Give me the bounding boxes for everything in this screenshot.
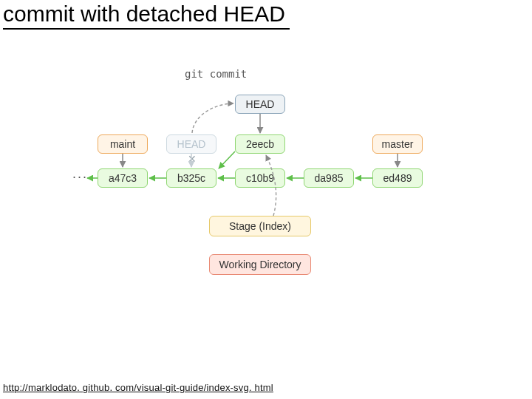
commit-da985: da985 [304, 168, 354, 188]
head-new-label: HEAD [246, 98, 275, 110]
commit-c10b9-label: c10b9 [246, 172, 274, 184]
commit-ed489: ed489 [372, 168, 423, 188]
commit-a47c3: a47c3 [98, 168, 148, 188]
commit-b325c: b325c [166, 168, 216, 188]
head-old-label: HEAD [177, 138, 206, 150]
stage-label: Stage (Index) [229, 220, 291, 232]
commit-a47c3-label: a47c3 [109, 172, 137, 184]
commit-c10b9: c10b9 [235, 168, 285, 188]
working-directory-box: Working Directory [209, 254, 311, 275]
branch-maint: maint [98, 134, 148, 154]
commit-new: 2eecb [235, 134, 285, 154]
head-old-box: HEAD [166, 134, 216, 154]
working-directory-label: Working Directory [219, 259, 301, 270]
footer-link[interactable]: http://marklodato. github. com/visual-gi… [3, 382, 273, 393]
head-old-x-icon: ✕ [188, 153, 197, 165]
branch-maint-label: maint [110, 138, 135, 150]
commit-new-label: 2eecb [246, 138, 274, 150]
slide-title: commit with detached HEAD [3, 1, 290, 30]
svg-line-9 [219, 151, 235, 168]
commit-ed489-label: ed489 [383, 172, 412, 184]
branch-master: master [372, 134, 423, 154]
arrows-layer [0, 0, 532, 399]
git-command-label: git commit [185, 68, 247, 80]
commit-b325c-label: b325c [177, 172, 205, 184]
branch-master-label: master [382, 138, 414, 150]
head-new-box: HEAD [235, 95, 285, 114]
stage-box: Stage (Index) [209, 216, 311, 236]
ellipsis-icon: ··· [72, 169, 88, 185]
commit-da985-label: da985 [315, 172, 344, 184]
